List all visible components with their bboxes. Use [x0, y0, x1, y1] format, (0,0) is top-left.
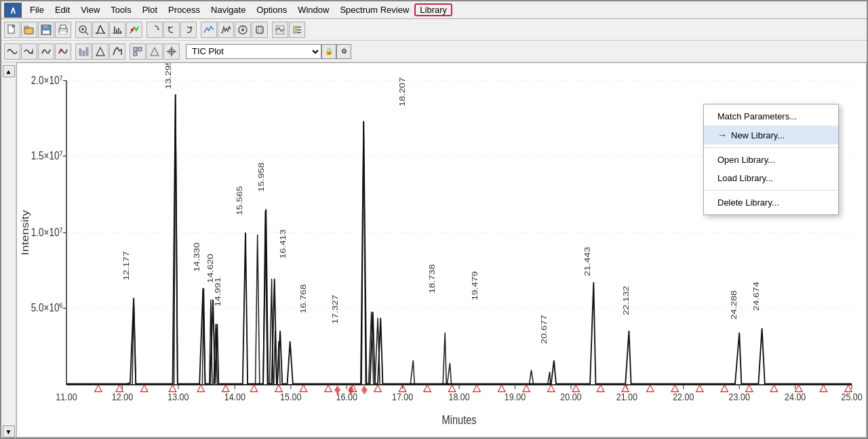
svg-rect-37 [86, 47, 88, 56]
svg-point-18 [131, 28, 134, 31]
svg-rect-39 [134, 47, 137, 51]
svg-rect-5 [43, 31, 50, 34]
svg-text:Minutes: Minutes [442, 413, 477, 426]
logo-icon: ∧ [9, 5, 16, 16]
redo-btn[interactable] [180, 22, 197, 38]
triangle-btn[interactable] [92, 43, 108, 60]
chart-area: 2.0×10⁷ 1.5×10⁷ 1.0×10⁷ 5.0×10⁶ [16, 62, 867, 438]
plot-settings-btn[interactable]: ⚙ [336, 44, 351, 59]
svg-text:24.288: 24.288 [729, 290, 738, 320]
menu-window[interactable]: Window [292, 3, 334, 16]
match-parameters-label: Match Parameters... [717, 111, 797, 121]
highlight-btn[interactable] [289, 22, 305, 38]
config-btn[interactable] [252, 22, 268, 38]
plot-type-select[interactable]: TIC Plot [186, 44, 321, 59]
svg-text:5.0×10⁶: 5.0×10⁶ [31, 301, 63, 314]
svg-text:11.00: 11.00 [56, 391, 77, 403]
svg-text:2.0×10⁷: 2.0×10⁷ [31, 73, 63, 86]
svg-line-10 [85, 32, 88, 35]
grid-btn[interactable] [130, 43, 146, 60]
svg-rect-4 [43, 25, 48, 28]
svg-text:21.00: 21.00 [616, 391, 638, 403]
svg-rect-35 [79, 49, 81, 56]
save-btn[interactable] [38, 22, 54, 38]
menu-view[interactable]: View [75, 3, 105, 16]
main-content: ▲ ▼ [1, 62, 867, 438]
menu-spectrum-review[interactable]: Spectrum Review [334, 3, 414, 16]
svg-text:14.991: 14.991 [214, 278, 222, 307]
svg-text:13.295: 13.295 [164, 63, 173, 89]
svg-text:12.00: 12.00 [112, 391, 134, 403]
wave-btn3[interactable] [38, 43, 54, 60]
extract-btn[interactable] [201, 22, 217, 38]
svg-text:20.00: 20.00 [560, 391, 582, 403]
menu-process[interactable]: Process [163, 3, 205, 16]
svg-text:1.5×10⁷: 1.5×10⁷ [31, 149, 63, 162]
svg-rect-41 [134, 52, 137, 56]
spectrum-btn[interactable] [109, 22, 125, 38]
menu-bar: ∧ File Edit View Tools Plot Process Navi… [1, 1, 867, 19]
scroll-up-btn[interactable]: ▲ [3, 65, 15, 77]
svg-text:24.674: 24.674 [752, 282, 761, 311]
svg-marker-19 [157, 28, 159, 30]
mountain-btn[interactable] [146, 43, 163, 60]
menu-edit[interactable]: Edit [50, 3, 75, 16]
svg-text:23.00: 23.00 [729, 391, 751, 403]
menu-plot[interactable]: Plot [137, 3, 163, 16]
new-library-label: New Library... [731, 130, 785, 140]
wave-btn2[interactable] [21, 43, 37, 60]
svg-marker-42 [151, 47, 159, 56]
load-library-item[interactable]: Load Library... [704, 169, 838, 187]
svg-text:14.00: 14.00 [224, 391, 246, 403]
crosshair-btn[interactable] [163, 43, 180, 60]
peak-btn[interactable] [92, 22, 108, 38]
wave-btn1[interactable] [4, 43, 20, 60]
plot-lock-btn[interactable]: 🔒 [321, 44, 336, 59]
svg-text:17.00: 17.00 [392, 391, 414, 403]
svg-rect-7 [60, 25, 66, 28]
menu-library[interactable]: Library [414, 3, 452, 16]
svg-point-23 [241, 28, 244, 31]
map-btn[interactable] [272, 22, 288, 38]
wave-btn4[interactable] [55, 43, 71, 60]
print-btn[interactable] [55, 22, 71, 38]
menu-navigate[interactable]: Navigate [205, 3, 251, 16]
svg-text:1.0×10⁷: 1.0×10⁷ [31, 226, 63, 239]
svg-text:18.738: 18.738 [427, 264, 436, 293]
svg-text:15.565: 15.565 [235, 186, 243, 215]
svg-text:19.479: 19.479 [470, 271, 479, 301]
delete-library-item[interactable]: Delete Library... [704, 193, 838, 212]
scroll-down-btn[interactable]: ▼ [3, 425, 15, 438]
analysis-btn[interactable] [126, 22, 142, 38]
svg-rect-40 [138, 47, 142, 51]
menu-file[interactable]: File [24, 3, 50, 16]
dropdown-separator-1 [704, 147, 838, 148]
bar-btn[interactable] [75, 43, 92, 60]
peak-list-btn[interactable] [109, 43, 125, 60]
delete-library-label: Delete Library... [717, 197, 779, 208]
match-parameters-item[interactable]: Match Parameters... [704, 107, 838, 126]
svg-text:18.207: 18.207 [397, 77, 406, 107]
svg-text:15.00: 15.00 [280, 391, 302, 403]
svg-text:13.00: 13.00 [167, 391, 189, 403]
open-library-item[interactable]: Open Library... [704, 151, 838, 169]
undo-btn[interactable] [163, 22, 180, 38]
chromatogram-btn[interactable] [218, 22, 234, 38]
svg-text:18.00: 18.00 [448, 391, 470, 403]
svg-rect-2 [24, 26, 28, 28]
open-library-label: Open Library... [717, 155, 775, 165]
toolbar-row-2: TIC Plot 🔒 ⚙ [1, 41, 867, 62]
new-btn[interactable] [4, 22, 20, 38]
svg-text:22.132: 22.132 [622, 286, 631, 316]
library-dropdown-menu: Match Parameters... → New Library... Ope… [703, 104, 839, 215]
new-library-item[interactable]: → New Library... [704, 126, 838, 145]
menu-tools[interactable]: Tools [105, 3, 136, 16]
open-btn[interactable] [21, 22, 37, 38]
svg-text:19.00: 19.00 [505, 391, 526, 403]
scan-btn[interactable] [235, 22, 251, 38]
zoom-btn[interactable] [75, 22, 92, 38]
rotate-btn[interactable] [146, 22, 163, 38]
svg-text:16.768: 16.768 [298, 284, 307, 313]
svg-text:16.00: 16.00 [336, 391, 358, 403]
menu-options[interactable]: Options [251, 3, 292, 16]
